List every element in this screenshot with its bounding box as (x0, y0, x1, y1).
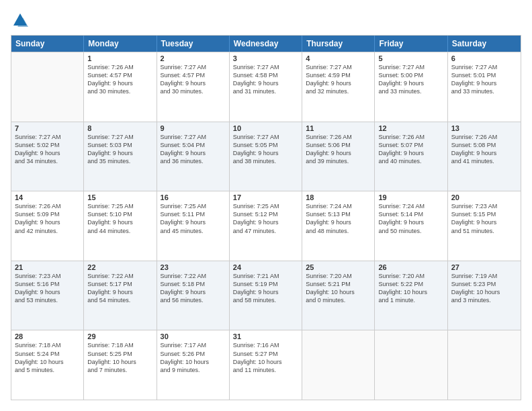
cell-day-number: 20 (451, 193, 517, 201)
header-day-saturday: Saturday (448, 36, 521, 52)
cell-info: Sunrise: 7:27 AM Sunset: 4:59 PM Dayligh… (306, 63, 371, 96)
calendar-cell-10: 10Sunrise: 7:27 AM Sunset: 5:05 PM Dayli… (230, 122, 302, 191)
calendar-cell-empty-4-5 (375, 330, 447, 400)
cell-info: Sunrise: 7:21 AM Sunset: 5:19 PM Dayligh… (233, 272, 298, 305)
cell-day-number: 17 (233, 193, 298, 201)
calendar-row-4: 28Sunrise: 7:18 AM Sunset: 5:24 PM Dayli… (11, 330, 521, 400)
calendar-cell-25: 25Sunrise: 7:20 AM Sunset: 5:21 PM Dayli… (302, 261, 375, 330)
cell-info: Sunrise: 7:23 AM Sunset: 5:15 PM Dayligh… (451, 202, 517, 235)
cell-day-number: 6 (451, 54, 517, 62)
calendar-cell-9: 9Sunrise: 7:27 AM Sunset: 5:04 PM Daylig… (157, 122, 230, 191)
cell-day-number: 12 (378, 124, 443, 132)
cell-info: Sunrise: 7:25 AM Sunset: 5:12 PM Dayligh… (233, 202, 298, 235)
cell-info: Sunrise: 7:27 AM Sunset: 5:02 PM Dayligh… (15, 133, 80, 166)
cell-info: Sunrise: 7:27 AM Sunset: 5:04 PM Dayligh… (161, 133, 226, 166)
cell-day-number: 7 (15, 124, 80, 132)
cell-info: Sunrise: 7:25 AM Sunset: 5:11 PM Dayligh… (161, 202, 226, 235)
calendar-cell-2: 2Sunrise: 7:27 AM Sunset: 4:57 PM Daylig… (157, 52, 230, 122)
cell-day-number: 15 (87, 193, 152, 201)
calendar-cell-7: 7Sunrise: 7:27 AM Sunset: 5:02 PM Daylig… (11, 122, 84, 191)
cell-day-number: 31 (233, 332, 298, 340)
calendar-cell-21: 21Sunrise: 7:23 AM Sunset: 5:16 PM Dayli… (11, 261, 84, 330)
cell-day-number: 11 (306, 124, 371, 132)
cell-day-number: 24 (233, 263, 298, 271)
cell-day-number: 8 (87, 124, 152, 132)
cell-info: Sunrise: 7:26 AM Sunset: 5:06 PM Dayligh… (306, 133, 371, 166)
cell-info: Sunrise: 7:23 AM Sunset: 5:16 PM Dayligh… (15, 272, 80, 305)
calendar-cell-27: 27Sunrise: 7:19 AM Sunset: 5:23 PM Dayli… (448, 261, 521, 330)
cell-info: Sunrise: 7:22 AM Sunset: 5:17 PM Dayligh… (87, 272, 152, 305)
calendar-cell-14: 14Sunrise: 7:26 AM Sunset: 5:09 PM Dayli… (11, 191, 84, 261)
calendar-cell-empty-4-4 (302, 330, 375, 400)
cell-info: Sunrise: 7:27 AM Sunset: 5:03 PM Dayligh… (87, 133, 152, 166)
cell-info: Sunrise: 7:16 AM Sunset: 5:27 PM Dayligh… (233, 341, 298, 374)
logo (11, 11, 32, 30)
cell-day-number: 10 (233, 124, 298, 132)
calendar-cell-empty-4-6 (448, 330, 521, 400)
cell-info: Sunrise: 7:18 AM Sunset: 5:24 PM Dayligh… (15, 341, 80, 374)
cell-day-number: 3 (233, 54, 298, 62)
cell-day-number: 27 (451, 263, 517, 271)
cell-info: Sunrise: 7:26 AM Sunset: 5:08 PM Dayligh… (451, 133, 517, 166)
cell-day-number: 21 (15, 263, 80, 271)
cell-day-number: 4 (306, 54, 371, 62)
cell-info: Sunrise: 7:26 AM Sunset: 5:07 PM Dayligh… (378, 133, 443, 166)
cell-info: Sunrise: 7:20 AM Sunset: 5:22 PM Dayligh… (378, 272, 443, 305)
cell-day-number: 22 (87, 263, 152, 271)
calendar-header: SundayMondayTuesdayWednesdayThursdayFrid… (11, 36, 521, 52)
calendar-cell-29: 29Sunrise: 7:18 AM Sunset: 5:25 PM Dayli… (84, 330, 157, 400)
cell-info: Sunrise: 7:27 AM Sunset: 5:01 PM Dayligh… (451, 63, 517, 96)
cell-day-number: 16 (161, 193, 226, 201)
calendar: SundayMondayTuesdayWednesdayThursdayFrid… (11, 35, 521, 400)
header-day-thursday: Thursday (302, 36, 375, 52)
calendar-cell-20: 20Sunrise: 7:23 AM Sunset: 5:15 PM Dayli… (448, 191, 521, 261)
calendar-cell-22: 22Sunrise: 7:22 AM Sunset: 5:17 PM Dayli… (84, 261, 157, 330)
header-day-monday: Monday (84, 36, 157, 52)
calendar-cell-30: 30Sunrise: 7:17 AM Sunset: 5:26 PM Dayli… (157, 330, 230, 400)
calendar-cell-17: 17Sunrise: 7:25 AM Sunset: 5:12 PM Dayli… (230, 191, 302, 261)
calendar-cell-empty-0-0 (11, 52, 84, 122)
cell-day-number: 28 (15, 332, 80, 340)
cell-info: Sunrise: 7:26 AM Sunset: 5:09 PM Dayligh… (15, 202, 80, 235)
calendar-cell-19: 19Sunrise: 7:24 AM Sunset: 5:14 PM Dayli… (375, 191, 447, 261)
calendar-cell-5: 5Sunrise: 7:27 AM Sunset: 5:00 PM Daylig… (375, 52, 447, 122)
cell-info: Sunrise: 7:27 AM Sunset: 5:00 PM Dayligh… (378, 63, 443, 96)
cell-day-number: 9 (161, 124, 226, 132)
calendar-cell-13: 13Sunrise: 7:26 AM Sunset: 5:08 PM Dayli… (448, 122, 521, 191)
page: SundayMondayTuesdayWednesdayThursdayFrid… (0, 0, 532, 411)
header-day-friday: Friday (375, 36, 447, 52)
header (11, 11, 521, 30)
cell-info: Sunrise: 7:24 AM Sunset: 5:14 PM Dayligh… (378, 202, 443, 235)
header-day-wednesday: Wednesday (230, 36, 302, 52)
cell-info: Sunrise: 7:22 AM Sunset: 5:18 PM Dayligh… (161, 272, 226, 305)
calendar-cell-12: 12Sunrise: 7:26 AM Sunset: 5:07 PM Dayli… (375, 122, 447, 191)
calendar-cell-1: 1Sunrise: 7:26 AM Sunset: 4:57 PM Daylig… (84, 52, 157, 122)
calendar-cell-23: 23Sunrise: 7:22 AM Sunset: 5:18 PM Dayli… (157, 261, 230, 330)
cell-info: Sunrise: 7:20 AM Sunset: 5:21 PM Dayligh… (306, 272, 371, 305)
cell-info: Sunrise: 7:26 AM Sunset: 4:57 PM Dayligh… (87, 63, 152, 96)
calendar-cell-6: 6Sunrise: 7:27 AM Sunset: 5:01 PM Daylig… (448, 52, 521, 122)
cell-day-number: 5 (378, 54, 443, 62)
calendar-cell-24: 24Sunrise: 7:21 AM Sunset: 5:19 PM Dayli… (230, 261, 302, 330)
cell-day-number: 18 (306, 193, 371, 201)
cell-day-number: 26 (378, 263, 443, 271)
cell-info: Sunrise: 7:19 AM Sunset: 5:23 PM Dayligh… (451, 272, 517, 305)
cell-day-number: 25 (306, 263, 371, 271)
header-day-tuesday: Tuesday (157, 36, 230, 52)
cell-day-number: 19 (378, 193, 443, 201)
calendar-cell-18: 18Sunrise: 7:24 AM Sunset: 5:13 PM Dayli… (302, 191, 375, 261)
cell-info: Sunrise: 7:17 AM Sunset: 5:26 PM Dayligh… (161, 341, 226, 374)
calendar-cell-15: 15Sunrise: 7:25 AM Sunset: 5:10 PM Dayli… (84, 191, 157, 261)
cell-day-number: 29 (87, 332, 152, 340)
calendar-body: 1Sunrise: 7:26 AM Sunset: 4:57 PM Daylig… (11, 52, 521, 400)
cell-day-number: 2 (161, 54, 226, 62)
header-day-sunday: Sunday (11, 36, 84, 52)
calendar-row-3: 21Sunrise: 7:23 AM Sunset: 5:16 PM Dayli… (11, 261, 521, 330)
calendar-row-0: 1Sunrise: 7:26 AM Sunset: 4:57 PM Daylig… (11, 52, 521, 122)
calendar-cell-4: 4Sunrise: 7:27 AM Sunset: 4:59 PM Daylig… (302, 52, 375, 122)
cell-day-number: 14 (15, 193, 80, 201)
cell-day-number: 13 (451, 124, 517, 132)
cell-info: Sunrise: 7:27 AM Sunset: 4:58 PM Dayligh… (233, 63, 298, 96)
cell-info: Sunrise: 7:27 AM Sunset: 5:05 PM Dayligh… (233, 133, 298, 166)
calendar-cell-3: 3Sunrise: 7:27 AM Sunset: 4:58 PM Daylig… (230, 52, 302, 122)
